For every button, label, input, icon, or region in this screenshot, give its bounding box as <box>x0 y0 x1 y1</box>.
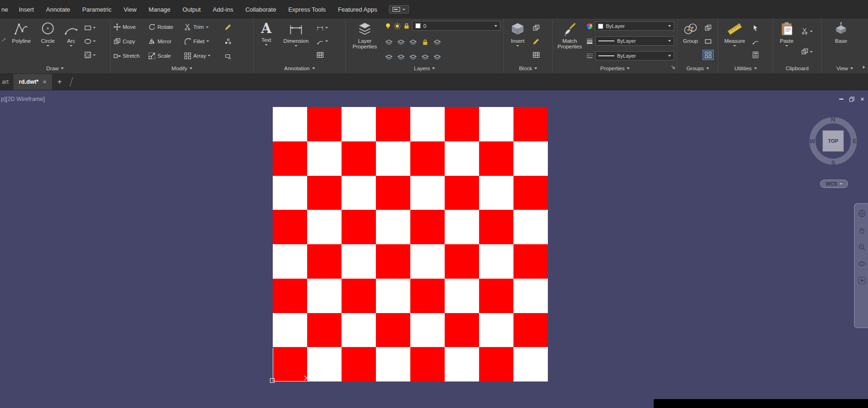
layer-freeze-button[interactable] <box>394 22 401 30</box>
block-panel-footer[interactable]: Block <box>504 63 552 74</box>
insert-button[interactable]: Insert <box>506 20 530 63</box>
viewcube-west[interactable]: W <box>809 138 815 145</box>
leader-button[interactable] <box>315 37 329 46</box>
match-layer-button[interactable] <box>385 54 393 61</box>
stretch-button[interactable]: Stretch <box>112 52 146 60</box>
edit-block-button[interactable] <box>531 37 541 46</box>
base-button[interactable]: Base <box>828 20 854 63</box>
copy-clip-button[interactable] <box>800 47 814 56</box>
hatch-button[interactable] <box>83 50 97 60</box>
match-properties-button[interactable]: MatchProperties <box>555 20 585 63</box>
pan-icon[interactable] <box>858 226 866 234</box>
layer-previous-button[interactable] <box>397 54 405 61</box>
ungroup-button[interactable] <box>703 23 713 33</box>
tab-close-icon[interactable]: × <box>43 79 46 85</box>
block-attribute-button[interactable] <box>531 50 541 60</box>
paste-button[interactable]: Paste <box>775 20 798 63</box>
menu-item-manage[interactable]: Manage <box>143 0 177 19</box>
clipboard-panel-footer[interactable]: Clipboard <box>773 63 821 74</box>
erase-button[interactable] <box>224 52 237 60</box>
tab-rd-dwt[interactable]: rd.dwt* × <box>13 74 53 90</box>
fillet-button[interactable]: Fillet <box>183 37 222 46</box>
navigation-bar[interactable] <box>854 203 868 328</box>
copy-button[interactable]: Copy <box>112 37 146 46</box>
tab-start-partial[interactable]: art <box>0 74 13 90</box>
make-current-button[interactable] <box>434 39 441 46</box>
mirror-button[interactable]: Mirror <box>147 37 182 46</box>
quick-calculator-button[interactable] <box>750 50 761 60</box>
viewcube[interactable]: N W E S TOP <box>806 114 860 168</box>
rectangle-button[interactable] <box>83 23 97 33</box>
layer-isolate-button[interactable] <box>385 39 393 46</box>
explode-button[interactable] <box>224 37 237 46</box>
scale-button[interactable]: Scale <box>147 52 182 60</box>
arc-button[interactable]: Arc <box>61 20 81 63</box>
create-block-button[interactable] <box>531 23 541 33</box>
viewcube-north[interactable]: N <box>831 116 835 123</box>
dimension-style-button[interactable] <box>315 23 329 33</box>
menu-item-parametric[interactable]: Parametric <box>76 0 118 19</box>
circle-button[interactable]: Circle <box>36 20 59 63</box>
layer-unisolate-button[interactable] <box>397 39 405 46</box>
viewcube-south[interactable]: S <box>831 159 835 166</box>
full-navigation-wheel-icon[interactable] <box>858 209 866 218</box>
viewport-controls-label[interactable]: p][2D Wireframe] <box>1 96 45 102</box>
layer-properties-button[interactable]: LayerProperties <box>348 20 382 63</box>
line-icon-partial[interactable] <box>2 20 7 63</box>
table-button[interactable] <box>315 50 329 60</box>
layer-freeze-tool-button[interactable] <box>409 39 417 46</box>
lineweight-icon[interactable] <box>586 37 593 45</box>
menu-item-view[interactable]: View <box>118 0 143 19</box>
menu-item-output[interactable]: Output <box>177 0 207 19</box>
array-button[interactable]: Array <box>183 52 222 60</box>
layer-lock-button[interactable] <box>403 22 410 30</box>
viewport-restore-icon[interactable] <box>849 97 855 102</box>
showmotion-icon[interactable] <box>858 276 866 285</box>
menu-item-express-tools[interactable]: Express Tools <box>282 0 332 19</box>
linetype-dropdown[interactable]: ByLayer <box>595 51 674 60</box>
polyline-button[interactable]: Polyline <box>8 20 35 63</box>
text-button[interactable]: A Text <box>256 20 277 63</box>
layer-fade-button[interactable] <box>434 54 441 61</box>
utilities-panel-footer[interactable]: Utilities <box>718 63 773 74</box>
layer-walk-button[interactable] <box>409 54 417 61</box>
object-color-icon[interactable] <box>586 23 593 30</box>
cut-button[interactable] <box>800 27 814 36</box>
ellipse-button[interactable] <box>83 37 97 46</box>
drawing-canvas[interactable]: p][2D Wireframe] × N W E S TOP WCS <box>0 90 868 408</box>
layer-state-button[interactable] <box>421 54 429 61</box>
group-edit-button[interactable] <box>703 37 713 46</box>
trim-button[interactable]: Trim <box>183 23 222 31</box>
linetype-icon[interactable] <box>586 52 593 60</box>
layer-select-dropdown[interactable]: 0 <box>412 21 500 31</box>
modify-panel-footer[interactable]: Modify <box>111 63 253 74</box>
workspace-icon[interactable] <box>389 5 409 13</box>
annotation-panel-footer[interactable]: Annotation <box>254 63 345 74</box>
menu-item-annotate[interactable]: Annotate <box>40 0 76 19</box>
viewport-minimize-icon[interactable] <box>839 99 843 100</box>
group-button[interactable]: Group <box>679 20 702 63</box>
dialog-launcher-icon[interactable] <box>671 65 675 69</box>
panel-slideout-icon[interactable] <box>862 65 866 69</box>
viewcube-east[interactable]: E <box>853 138 857 145</box>
dimension-button[interactable]: Dimension <box>278 20 314 63</box>
command-line-window[interactable] <box>653 399 868 408</box>
edit-pencil-button[interactable] <box>224 23 237 31</box>
wcs-menu[interactable]: WCS <box>820 180 848 188</box>
viewport-close-icon[interactable]: × <box>861 96 864 102</box>
object-color-dropdown[interactable]: ByLayer <box>595 21 674 31</box>
quick-select-button[interactable] <box>750 23 761 33</box>
menu-item-home-partial[interactable]: ne <box>0 0 13 19</box>
layers-panel-footer[interactable]: Layers <box>346 63 503 74</box>
viewcube-top-face[interactable]: TOP <box>822 130 844 152</box>
orbit-icon[interactable] <box>858 260 866 268</box>
menu-item-insert[interactable]: Insert <box>13 0 40 19</box>
id-point-button[interactable] <box>750 37 761 46</box>
layer-off-button[interactable] <box>384 22 392 30</box>
properties-panel-footer[interactable]: Properties <box>553 63 677 74</box>
new-tab-button[interactable]: + <box>52 74 67 90</box>
lineweight-dropdown[interactable]: ByLayer <box>595 36 674 46</box>
view-panel-footer[interactable]: View <box>822 63 868 74</box>
group-selection-toggle[interactable] <box>703 50 713 60</box>
rotate-button[interactable]: Rotate <box>147 23 182 31</box>
